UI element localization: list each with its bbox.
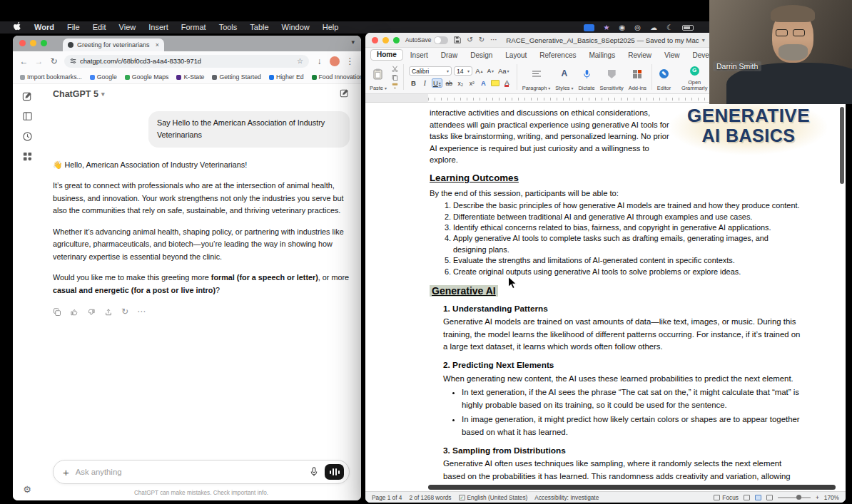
target-icon[interactable]: ◎ <box>634 24 641 31</box>
shrink-font-button[interactable]: A▾ <box>486 66 495 76</box>
menu-item-view[interactable]: View <box>113 21 143 34</box>
back-icon[interactable]: ← <box>19 57 29 66</box>
grow-font-button[interactable]: A▴ <box>475 66 484 76</box>
browser-tab[interactable]: Greeting for veterinarians × <box>63 38 164 51</box>
chat-input[interactable]: + Ask anything <box>53 460 350 484</box>
more-options-icon[interactable]: ⋯ <box>137 305 146 319</box>
record-icon[interactable]: ◉ <box>619 24 626 31</box>
zoom-slider-knob[interactable] <box>796 495 801 500</box>
addins-button[interactable]: Add-ins <box>629 63 646 91</box>
battery-icon[interactable] <box>682 25 694 31</box>
compose-button[interactable] <box>340 88 350 101</box>
menu-item-edit[interactable]: Edit <box>86 21 113 34</box>
tab-review[interactable]: Review <box>622 51 657 61</box>
page-indicator[interactable]: Page 1 of 4 <box>372 494 402 501</box>
settings-gear-icon[interactable]: ⚙ <box>23 484 31 495</box>
italic-button[interactable]: I <box>420 78 430 88</box>
explore-gpts-icon[interactable] <box>22 151 33 162</box>
downloads-icon[interactable]: ↓ <box>315 57 324 66</box>
horizontal-scrollbar[interactable] <box>428 485 836 490</box>
tab-insert[interactable]: Insert <box>405 51 434 61</box>
copy-icon[interactable] <box>392 74 398 81</box>
voice-mode-button[interactable] <box>325 464 344 480</box>
forward-icon[interactable]: → <box>34 57 44 66</box>
reload-icon[interactable]: ↻ <box>49 57 59 66</box>
web-layout-icon[interactable] <box>766 495 773 500</box>
cut-icon[interactable] <box>392 66 398 72</box>
minimize-window-button[interactable] <box>382 37 389 43</box>
autosave-control[interactable]: AutoSave <box>405 36 448 44</box>
tab-view[interactable]: View <box>659 51 686 61</box>
grammarly-button[interactable]: G Open Grammarly <box>676 63 713 91</box>
mic-icon[interactable] <box>310 467 318 477</box>
zoom-in-icon[interactable]: + <box>816 494 819 501</box>
autosave-toggle[interactable] <box>434 36 448 44</box>
menu-item-format[interactable]: Format <box>175 21 213 34</box>
menu-item-file[interactable]: File <box>61 21 86 34</box>
new-chat-icon[interactable] <box>22 91 33 102</box>
superscript-button[interactable]: x² <box>467 78 477 88</box>
underline-button[interactable]: U▾ <box>432 78 442 88</box>
focus-mode-button[interactable]: Focus <box>714 494 739 501</box>
thumbs-up-icon[interactable] <box>70 308 78 317</box>
paragraph-button[interactable]: Paragraph▾ <box>522 63 551 91</box>
bookmark-higher-ed[interactable]: Higher Ed <box>269 73 304 81</box>
bookmark-getting-started[interactable]: Getting Started <box>212 73 260 81</box>
menu-item-table[interactable]: Table <box>243 21 275 34</box>
strikethrough-button[interactable]: ab <box>445 78 454 88</box>
moon-icon[interactable]: ☾ <box>666 24 673 31</box>
close-window-button[interactable] <box>372 37 378 43</box>
tab-mailings[interactable]: Mailings <box>583 51 621 61</box>
regenerate-icon[interactable]: ↻ <box>121 305 128 319</box>
save-icon[interactable] <box>454 36 461 43</box>
font-size-dropdown[interactable]: 14▾ <box>454 66 472 76</box>
close-window-button[interactable] <box>19 40 26 46</box>
minimize-window-button[interactable] <box>30 40 36 46</box>
menu-item-help[interactable]: Help <box>316 21 345 34</box>
menu-item-window[interactable]: Window <box>275 21 316 34</box>
zoom-level[interactable]: 170% <box>824 494 839 501</box>
copy-icon[interactable] <box>53 308 61 317</box>
text-effects-button[interactable]: A <box>479 78 488 88</box>
tab-home[interactable]: Home <box>370 49 403 61</box>
wordart-title[interactable]: GENERATIVE AI BASICS <box>673 106 824 145</box>
format-painter-icon[interactable] <box>392 83 398 89</box>
menu-item-tools[interactable]: Tools <box>213 21 244 34</box>
font-color-button[interactable]: A <box>502 78 512 88</box>
change-case-button[interactable]: Aa▾ <box>497 66 510 76</box>
tab-references[interactable]: References <box>534 51 582 61</box>
bold-button[interactable]: B <box>409 78 418 88</box>
profile-avatar[interactable] <box>330 56 340 66</box>
font-name-dropdown[interactable]: Calibri▾ <box>409 66 452 76</box>
address-bar[interactable]: chatgpt.com/c/68bf0cd3-a4a4-8330-971d ☆ <box>64 55 309 68</box>
tab-search-icon[interactable]: ▾ <box>351 38 355 46</box>
menu-item-word[interactable]: Word <box>28 21 61 34</box>
bookmark-import[interactable]: Import bookmarks... <box>20 73 82 81</box>
cloud-icon[interactable]: ☁ <box>650 24 657 31</box>
zoom-window-button[interactable] <box>41 40 47 46</box>
site-settings-icon[interactable] <box>70 58 76 64</box>
history-clock-icon[interactable] <box>22 131 33 142</box>
styles-button[interactable]: A Styles▾ <box>555 63 573 91</box>
bookmark-google[interactable]: Google <box>90 73 117 81</box>
apple-menu[interactable] <box>7 21 28 34</box>
tab-layout[interactable]: Layout <box>499 51 532 61</box>
redo-icon[interactable]: ↻ <box>479 36 485 43</box>
zoom-slider[interactable] <box>778 497 811 498</box>
bookmark-k-state[interactable]: K-State <box>176 73 204 81</box>
accessibility-status[interactable]: Accessibility: Investigate <box>534 494 599 501</box>
generative-ai-heading[interactable]: Generative AI <box>430 285 803 297</box>
document-canvas[interactable]: GENERATIVE AI BASICS interactive activit… <box>365 103 846 491</box>
highlight-button[interactable] <box>490 78 500 88</box>
titlebar-more-icon[interactable]: ⋯ <box>490 36 497 43</box>
word-count[interactable]: 2 of 1268 words <box>409 494 451 501</box>
screen-mirroring-icon[interactable] <box>584 24 594 31</box>
dictate-button[interactable]: Dictate <box>579 63 595 91</box>
zoom-window-button[interactable] <box>393 37 400 43</box>
chat-messages[interactable]: Say Hello to the American Association of… <box>53 104 350 500</box>
paste-button[interactable]: Paste▾ <box>370 63 387 91</box>
editor-button[interactable]: ✎ Editor <box>657 63 671 91</box>
sparkle-icon[interactable]: ★ <box>604 24 610 31</box>
undo-icon[interactable]: ↺ <box>467 36 472 43</box>
bookmark-food-innovation[interactable]: Food Innovation <box>312 73 361 81</box>
